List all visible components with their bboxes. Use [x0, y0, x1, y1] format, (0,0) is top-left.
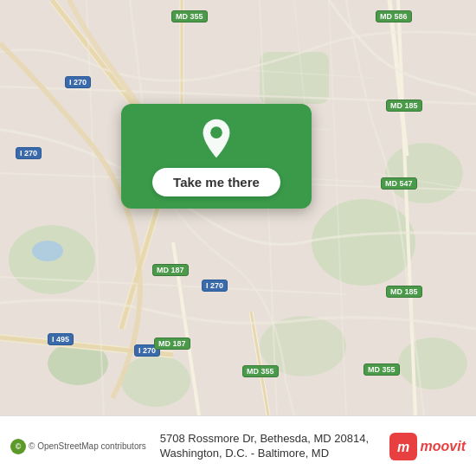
- road-badge-i270-lower: I 270: [202, 280, 228, 292]
- road-badge-md187-upper: MD 187: [152, 264, 189, 276]
- svg-point-2: [312, 199, 415, 286]
- moovit-text: moovit: [421, 439, 466, 454]
- map-pin-icon: [196, 118, 237, 159]
- road-badge-md187-lower: MD 187: [154, 338, 190, 350]
- road-badge-md185-mid: MD 185: [386, 286, 422, 298]
- road-badge-i495: I 495: [48, 333, 74, 345]
- road-badge-md586: MD 586: [376, 10, 412, 23]
- road-badge-md355-lower: MD 355: [363, 363, 400, 376]
- road-badge-md547: MD 547: [381, 177, 417, 190]
- road-badge-i270-upper: I 270: [65, 76, 91, 88]
- road-badge-md355-top: MD 355: [171, 10, 208, 23]
- road-badge-md185-upper: MD 185: [386, 100, 422, 112]
- address-value: 5708 Rossmore Dr, Bethesda, MD 20814,Was…: [160, 432, 369, 460]
- svg-text:m: m: [396, 440, 408, 454]
- road-badge-md355-bottom: MD 355: [242, 365, 279, 377]
- osm-icon: ©: [10, 439, 26, 454]
- address-text: 5708 Rossmore Dr, Bethesda, MD 20814,Was…: [160, 432, 383, 461]
- road-badge-i270-left: I 270: [16, 147, 42, 159]
- svg-point-9: [32, 241, 63, 261]
- moovit-icon: m: [389, 433, 417, 460]
- svg-point-34: [210, 126, 222, 138]
- svg-point-8: [398, 338, 467, 389]
- svg-point-5: [385, 143, 463, 203]
- location-card: Take me there: [121, 104, 312, 209]
- svg-point-4: [121, 355, 190, 407]
- take-me-there-button[interactable]: Take me there: [152, 168, 280, 196]
- osm-label: © OpenStreetMap contributors: [29, 441, 146, 451]
- moovit-logo: m moovit: [389, 433, 466, 460]
- map-area: MD 355 MD 586 MD 185 MD 547 MD 185 MD 35…: [0, 0, 476, 415]
- osm-attribution: © © OpenStreetMap contributors: [10, 439, 146, 454]
- bottom-bar: © © OpenStreetMap contributors 5708 Ross…: [0, 415, 476, 476]
